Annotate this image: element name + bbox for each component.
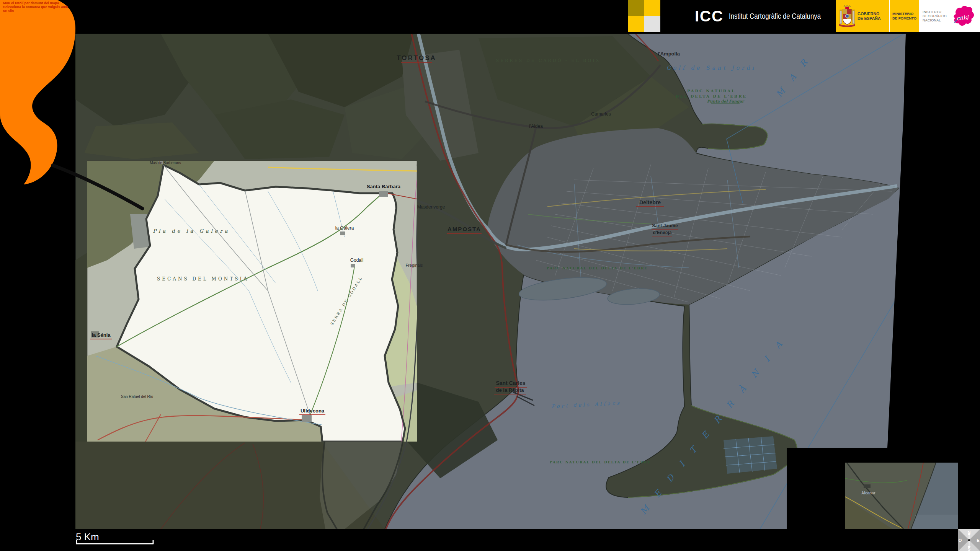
label-alcanar: Alcanar — [861, 491, 875, 495]
ministerio-line-1: MINISTERIO — [892, 11, 916, 16]
instruction-line-2: Selecciona la comarca que vulguis amb un… — [3, 5, 72, 13]
ministerio-line-2: DE FOMENTO — [892, 16, 916, 21]
label-deltebre: Deltebre — [639, 199, 661, 205]
icc-brand: ICC Institut Cartogràfic de Catalunya — [660, 0, 836, 32]
label-tortosa: TORTOSA — [397, 54, 436, 62]
compass-north-label: N — [968, 530, 971, 535]
map-viewer-canvas[interactable]: TORTOSA AMPOSTA Deltebre Sant Jaume d'En… — [0, 0, 980, 551]
icc-acronym: ICC — [695, 8, 724, 25]
ign-text: INSTITUTO GEOGRÁFICO NACIONAL — [923, 10, 947, 23]
mussel-farms — [724, 436, 777, 474]
ign-panel[interactable]: INSTITUTO GEOGRÁFICO NACIONAL cnig — [919, 0, 980, 32]
label-parc-long-2: PARC NATURAL DEL DELTA DE L'EBRE — [550, 460, 651, 464]
logo-square-yellow-1 — [644, 0, 660, 16]
label-parc-1b: DEL DELTA DE L'EBRE — [676, 94, 747, 98]
instruction-line-1: Mou el ratolí per damunt del mapa — [3, 1, 72, 5]
label-freginals: Freginals — [405, 263, 423, 267]
label-masdenverge: Masdenverge — [417, 204, 445, 210]
orange-swoosh-logo — [0, 0, 75, 184]
label-sant-jaume-2: d'Enveja — [653, 230, 672, 235]
label-la-galera: la Galera — [335, 225, 354, 231]
label-pla-galera: Pla de la Galera — [153, 228, 230, 234]
label-ulldecona: Ulldecona — [301, 408, 325, 414]
label-camarles: Camarles — [591, 111, 611, 117]
scale-bar: 5 Km — [76, 531, 154, 544]
logo-square-gray — [644, 16, 660, 32]
logo-square-yellow-2 — [628, 16, 644, 32]
scale-bar-label: 5 Km — [76, 531, 99, 543]
main-map[interactable]: TORTOSA AMPOSTA Deltebre Sant Jaume d'En… — [75, 33, 906, 529]
instruction-text: Mou el ratolí per damunt del mapa Selecc… — [3, 1, 72, 13]
inset-sea-band — [911, 515, 958, 529]
label-parc-1a: PARC NATURAL — [687, 89, 735, 93]
compass-south-label: S — [968, 547, 970, 551]
label-amposta: AMPOSTA — [448, 226, 481, 232]
compass-rose: N S O E — [958, 529, 980, 551]
ign-line-3: NACIONAL — [923, 18, 947, 23]
compass-west-label: O — [959, 538, 962, 543]
label-punta-fangar: Punta del Fangar — [707, 99, 745, 104]
label-golf-sant-jordi: Golf de Sant Jordi — [666, 65, 756, 71]
inset-map: Alcanar — [845, 463, 958, 529]
label-mas-de-barberans: Mas de Barberans — [150, 161, 181, 165]
ministerio-text: MINISTERIO DE FOMENTO — [892, 11, 916, 21]
cnig-logo: cnig — [949, 3, 976, 29]
label-san-rafael: San Rafael del Río — [121, 395, 153, 399]
label-aldea: l'Aldea — [529, 124, 543, 129]
gobierno-line-1: GOBIERNO — [858, 11, 880, 16]
icc-full-name: Institut Cartogràfic de Catalunya — [729, 11, 821, 21]
icc-squares-logo[interactable] — [628, 0, 660, 32]
label-ampolla: l'Ampolla — [658, 51, 680, 57]
label-sant-jaume-1: Sant Jaume — [652, 223, 678, 228]
ministerio-panel[interactable]: MINISTERIO DE FOMENTO — [890, 0, 919, 32]
label-sant-carles-1: Sant Carles — [496, 380, 525, 386]
label-parc-long-1: PARC NATURAL DEL DELTA DE L'EBRE — [547, 266, 648, 270]
gobierno-line-2: DE ESPAÑA — [858, 16, 880, 21]
highlight-rect[interactable] — [87, 161, 419, 442]
label-serres-cardo: SERRES DE CARDÓ - EL BOIX — [496, 58, 600, 63]
label-santa-barbara: Santa Bàrbara — [367, 184, 401, 189]
gobierno-text: GOBIERNO DE ESPAÑA — [858, 11, 880, 21]
label-godall: Godall — [350, 258, 364, 263]
logo-square-darkgold — [628, 0, 644, 16]
spain-coat-of-arms-icon — [839, 5, 855, 28]
ign-line-2: GEOGRÁFICO — [923, 14, 947, 18]
label-la-senia: la Sénia — [91, 332, 111, 338]
header-bar: ICC Institut Cartogràfic de Catalunya GO… — [628, 0, 980, 32]
compass-east-label: E — [977, 538, 979, 543]
gobierno-panel[interactable]: GOBIERNO DE ESPAÑA — [836, 0, 889, 32]
inset-town-cluster — [864, 484, 871, 488]
label-secans: SECANS DEL MONTSIÀ — [157, 276, 249, 282]
ign-line-1: INSTITUTO — [923, 10, 947, 14]
label-sant-carles-2: de la Ràpita — [496, 387, 524, 393]
